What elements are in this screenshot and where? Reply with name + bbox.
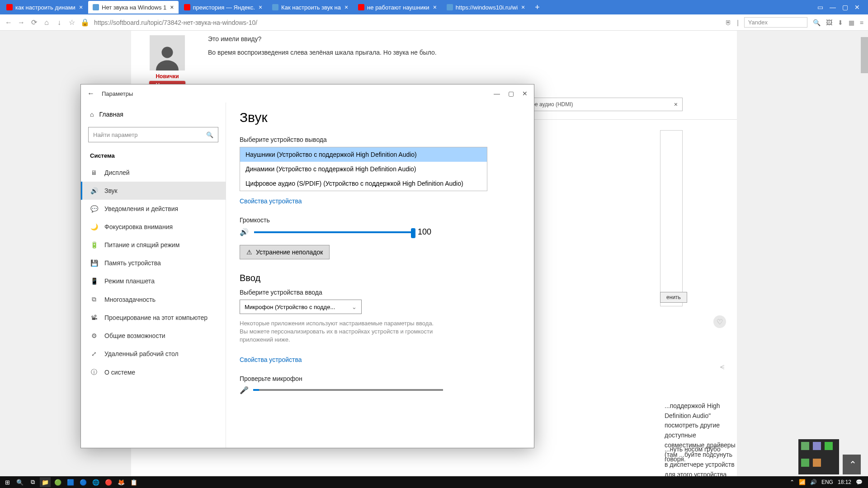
taskbar-app-icon[interactable]: 🔵: [78, 477, 89, 487]
tab-close-icon[interactable]: ×: [259, 4, 262, 11]
settings-main-pane: Звук Выберите устройство вывода Наушники…: [226, 103, 534, 448]
home-icon: ⌂: [90, 111, 94, 118]
shield-icon[interactable]: ⛨: [725, 19, 731, 26]
sidebar-item-remote-desktop[interactable]: ⤢Удаленный рабочий стол: [81, 345, 226, 363]
like-button[interactable]: ♡: [713, 315, 726, 328]
browser-tab[interactable]: не работают наушники×: [354, 1, 441, 14]
device-option[interactable]: Наушники (Устройство с поддержкой High D…: [240, 147, 487, 162]
user-rank: Новички: [136, 73, 199, 80]
output-device-list[interactable]: Наушники (Устройство с поддержкой High D…: [240, 147, 487, 191]
nav-download-icon[interactable]: ↓: [55, 19, 63, 27]
download-icon[interactable]: ⬇: [838, 19, 843, 26]
project-icon: 📽: [90, 314, 98, 321]
taskbar-app-icon[interactable]: 📁: [40, 477, 51, 487]
sidebar-item-sound[interactable]: 🔊Звук: [81, 182, 226, 200]
tab-close-icon[interactable]: ×: [170, 4, 174, 11]
sidebar-home[interactable]: ⌂Главная: [81, 106, 226, 122]
scroll-to-top-button[interactable]: ⌃: [843, 455, 863, 474]
tab-close-icon[interactable]: ×: [79, 4, 83, 11]
tray-popup[interactable]: [798, 439, 839, 474]
qr-icon[interactable]: ▦: [849, 19, 854, 26]
new-tab-button[interactable]: +: [530, 3, 544, 12]
battery-icon: 🔋: [90, 241, 98, 249]
nav-home-icon[interactable]: ⌂: [42, 19, 51, 27]
sidebar-item-about[interactable]: ⓘО системе: [81, 363, 226, 382]
tab-close-icon[interactable]: ×: [433, 4, 437, 11]
window-minimize-icon[interactable]: —: [830, 4, 836, 11]
remote-icon: ⤢: [90, 350, 98, 357]
menu-icon[interactable]: ≡: [860, 19, 863, 26]
taskbar-app-icon[interactable]: 🦊: [116, 477, 127, 487]
taskbar-app-icon[interactable]: 📋: [128, 477, 139, 487]
start-button[interactable]: ⊞: [2, 477, 13, 487]
nav-bookmark-icon[interactable]: ☆: [68, 18, 76, 27]
taskbar-app-icon[interactable]: 🟦: [65, 477, 76, 487]
volume-slider[interactable]: [254, 231, 412, 233]
scrollbar-thumb[interactable]: [861, 37, 868, 73]
avatar: [150, 35, 185, 70]
taskbar-app-icon[interactable]: 🟢: [52, 477, 63, 487]
troubleshoot-button[interactable]: ⚠Устранение неполадок: [240, 245, 330, 259]
tray-app-icon[interactable]: [813, 459, 821, 467]
browser-search-input[interactable]: Yandex: [744, 17, 807, 28]
nav-back-icon[interactable]: ←: [5, 19, 13, 27]
translate-icon[interactable]: 🖼: [826, 19, 832, 26]
window-maximize-icon[interactable]: ▢: [842, 4, 848, 11]
sidebar-item-projecting[interactable]: 📽Проецирование на этот компьютер: [81, 309, 226, 327]
taskbar-app-icon[interactable]: 🔴: [103, 477, 114, 487]
tray-network-icon[interactable]: 📶: [799, 479, 806, 485]
tray-app-icon[interactable]: [801, 442, 809, 450]
tray-app-icon[interactable]: [825, 442, 833, 450]
window-close-icon[interactable]: ✕: [522, 90, 528, 97]
sidebar-item-display[interactable]: 🖥Дисплей: [81, 164, 226, 182]
tray-clock[interactable]: 18:12: [838, 479, 851, 485]
close-icon[interactable]: ×: [674, 101, 678, 108]
sidebar-item-tablet[interactable]: 📱Режим планшета: [81, 272, 226, 290]
share-icon[interactable]: ⪪: [719, 363, 726, 371]
tray-language[interactable]: ENG: [821, 479, 833, 485]
sidebar-item-notifications[interactable]: 💬Уведомления и действия: [81, 200, 226, 218]
window-minimize-icon[interactable]: —: [494, 90, 500, 97]
nav-forward-icon[interactable]: →: [17, 19, 25, 27]
apply-button[interactable]: енить: [660, 292, 687, 303]
browser-tab[interactable]: https://windows10i.ru/wi×: [442, 1, 529, 14]
search-icon[interactable]: 🔍: [813, 19, 821, 26]
settings-search-input[interactable]: Найти параметр🔍: [88, 127, 218, 142]
url-field[interactable]: https://softboard.ru/topic/73842-нет-зву…: [94, 19, 721, 26]
sidebar-item-multitasking[interactable]: ⧉Многозадачность: [81, 290, 226, 309]
tab-close-icon[interactable]: ×: [344, 4, 348, 11]
browser-tab[interactable]: преистория — Яндекс.×: [179, 1, 267, 14]
device-properties-link[interactable]: Свойства устройства: [240, 356, 302, 363]
dialog-panel-fragment: [660, 130, 683, 306]
back-icon[interactable]: ←: [87, 89, 94, 98]
task-view-button[interactable]: ⧉: [27, 477, 38, 487]
volume-value: 100: [418, 227, 431, 237]
search-button[interactable]: 🔍: [14, 477, 25, 487]
window-maximize-icon[interactable]: ▢: [508, 90, 514, 97]
action-center-icon[interactable]: 💬: [856, 479, 863, 485]
tab-close-icon[interactable]: ×: [521, 4, 525, 11]
sidebar-item-power[interactable]: 🔋Питание и спящий режим: [81, 236, 226, 254]
tray-volume-icon[interactable]: 🔊: [810, 479, 817, 485]
nav-reload-icon[interactable]: ⟳: [30, 18, 38, 27]
mic-level-meter: [253, 389, 443, 391]
tray-chevron-icon[interactable]: ⌃: [790, 479, 794, 485]
page-scrollbar[interactable]: [861, 31, 868, 476]
device-properties-link[interactable]: Свойства устройства: [240, 197, 302, 205]
tray-app-icon[interactable]: [813, 442, 821, 450]
taskbar-app-icon[interactable]: 🌐: [90, 477, 101, 487]
input-device-dropdown[interactable]: Микрофон (Устройство с подде...⌄: [240, 300, 362, 314]
tray-app-icon[interactable]: [801, 459, 809, 467]
device-option[interactable]: Цифровое аудио (S/PDIF) (Устройство с по…: [240, 176, 487, 191]
window-close-icon[interactable]: ✕: [854, 4, 860, 11]
tabs-overview-icon[interactable]: ▭: [817, 4, 823, 11]
sidebar-item-shared[interactable]: ⚙Общие возможности: [81, 327, 226, 345]
multitask-icon: ⧉: [90, 296, 98, 303]
sidebar-item-storage[interactable]: 💾Память устройства: [81, 254, 226, 272]
browser-tab[interactable]: как настроить динами×: [2, 1, 87, 14]
browser-tab[interactable]: Как настроить звук на×: [268, 1, 353, 14]
browser-tab[interactable]: Нет звука на Windows 1×: [88, 1, 178, 14]
device-option[interactable]: Динамики (Устройство с поддержкой High D…: [240, 162, 487, 176]
slider-thumb[interactable]: [411, 228, 415, 238]
sidebar-item-focus-assist[interactable]: 🌙Фокусировка внимания: [81, 218, 226, 236]
